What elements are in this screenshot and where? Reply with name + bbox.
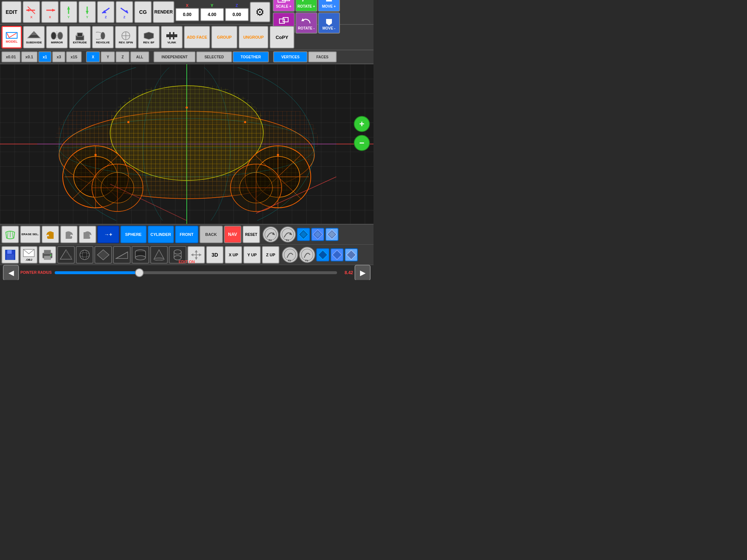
rotate-minus-button[interactable]: ROTATE - [295, 12, 317, 34]
mult-x1-button[interactable]: x1 [38, 51, 51, 62]
zoom-in-button[interactable]: + [354, 116, 370, 132]
rotate-xz-button[interactable]: Xz [263, 226, 279, 242]
undo-button[interactable] [42, 226, 59, 243]
settings-button[interactable]: ⚙ [250, 2, 270, 22]
svg-marker-111 [97, 250, 109, 260]
scale-plus-button[interactable]: SCALE + [273, 0, 295, 12]
y-coord-input[interactable] [200, 8, 224, 21]
svg-marker-4 [52, 9, 55, 12]
axis-x-button[interactable]: X [86, 51, 100, 62]
shape-wedge-button[interactable] [57, 246, 75, 264]
viewport[interactable]: + − [0, 64, 374, 224]
move-plus-button[interactable]: MOVE + [318, 0, 340, 12]
mirror-button[interactable]: MIRROR [46, 26, 68, 48]
x-coord-input[interactable] [175, 8, 199, 21]
extrude-button[interactable]: EXTRUDE [69, 26, 91, 48]
mult-x3-button[interactable]: x3 [52, 51, 65, 62]
revolve-button[interactable]: REVOLVE [92, 26, 114, 48]
mode-vertices-button[interactable]: VERTICES [273, 51, 307, 62]
view-y2-button[interactable] [330, 248, 344, 261]
front-button[interactable]: FRONT [175, 226, 198, 243]
edit-button[interactable]: EDIT [1, 1, 22, 23]
rotate-xz2-button[interactable]: Xz [282, 247, 298, 263]
3d-view-button[interactable]: 3D [206, 246, 224, 264]
svg-point-120 [154, 258, 164, 261]
shape-cone-button[interactable] [150, 246, 168, 264]
mult-x01-button[interactable]: x0.1 [21, 51, 38, 62]
pointer-radius-bar[interactable] [55, 271, 337, 274]
move-icon-button[interactable] [187, 246, 205, 264]
car-wireframe [37, 67, 336, 221]
svg-marker-126 [195, 250, 198, 252]
y-up-button[interactable]: Y UP [243, 246, 261, 264]
erase-button[interactable] [1, 226, 19, 243]
ungroup-button[interactable]: UNGROUP [239, 26, 268, 48]
redo-button[interactable] [79, 226, 96, 243]
save-button[interactable] [1, 246, 19, 264]
axis-y-button[interactable]: Y [101, 51, 115, 62]
svg-rect-20 [279, 19, 285, 23]
z-axis-pos-button[interactable]: Z [116, 1, 133, 23]
rev-bf-button[interactable]: REV. BF [138, 26, 160, 48]
shape-sphere-button[interactable] [76, 246, 93, 264]
svg-point-85 [244, 121, 246, 123]
shape-capsule-button[interactable] [169, 246, 186, 264]
rotate-yz2-button[interactable]: Yz [299, 247, 315, 263]
rotate-plus-button[interactable]: ROTATE + [295, 0, 317, 12]
view-z2-button[interactable] [316, 248, 329, 261]
axis-z-button[interactable]: Z [116, 51, 129, 62]
move-minus-button[interactable]: MOVE - [318, 12, 340, 34]
copy-button[interactable]: CoPY [270, 26, 294, 48]
y-axis-neg-button[interactable]: Y [60, 1, 77, 23]
cylinder-button[interactable]: CYLINDER [148, 226, 174, 243]
view-z-blue-button[interactable] [297, 228, 310, 241]
rotate-yz-button[interactable]: Yz [280, 226, 296, 242]
mult-x15-button[interactable]: x15 [66, 51, 81, 62]
add-plus-button[interactable]: →+ [97, 226, 119, 243]
nav-button[interactable]: NAV [224, 226, 241, 243]
axis-all-button[interactable]: ALL [130, 51, 149, 62]
z-coord-input[interactable] [225, 8, 249, 21]
z-axis-neg-button[interactable]: Z [97, 1, 115, 23]
shape-cylinder-button[interactable] [132, 246, 149, 264]
zoom-out-button[interactable]: − [354, 135, 370, 151]
mode-faces-button[interactable]: FACES [308, 51, 336, 62]
vlink-button[interactable]: VLINK [161, 26, 183, 48]
model-button[interactable]: MODEL [1, 26, 22, 48]
y-axis-pos-button[interactable]: Y [78, 1, 96, 23]
z-coord-group: Z [225, 3, 249, 21]
mult-x001-button[interactable]: x0.01 [1, 51, 20, 62]
undo2-button[interactable] [60, 226, 78, 243]
shape-diamond-button[interactable] [94, 246, 112, 264]
view-x-blue-button[interactable] [325, 228, 338, 241]
right-arrow-button[interactable]: ▶ [355, 265, 371, 280]
print-button[interactable] [39, 246, 56, 264]
pointer-radius-thumb[interactable] [135, 268, 144, 277]
cg-button[interactable]: CG [134, 1, 152, 23]
view-x2-button[interactable] [345, 248, 358, 261]
view-y-blue-button[interactable] [311, 228, 324, 241]
svg-point-86 [94, 154, 97, 156]
rev-spin-button[interactable]: REV. SPIN [115, 26, 137, 48]
x-axis-pos-button[interactable]: X [41, 1, 59, 23]
mode-selected-button[interactable]: SELECTED [196, 51, 232, 62]
svg-point-84 [127, 121, 129, 123]
shape-wedge2-button[interactable] [113, 246, 131, 264]
x-up-button[interactable]: X UP [225, 246, 242, 264]
add-face-button[interactable]: ADD FACE [184, 26, 210, 48]
svg-text:Xz: Xz [268, 238, 272, 242]
svg-point-83 [186, 106, 188, 109]
subdivide-button[interactable]: SUBDIVIDE [23, 26, 45, 48]
group-button[interactable]: GROUP [211, 26, 237, 48]
email-button[interactable]: .OBJ [20, 246, 38, 264]
reset-button[interactable]: RESET [243, 226, 260, 243]
mode-independent-button[interactable]: INDEPENDENT [154, 51, 196, 62]
render-button[interactable]: RENDER [153, 1, 174, 23]
erase-sel-button[interactable]: ERASE SEL. [20, 226, 40, 243]
sphere-button[interactable]: SPHERE [120, 226, 147, 243]
z-up-button[interactable]: Z UP [262, 246, 279, 264]
x-axis-neg-button[interactable]: X [23, 1, 40, 23]
back-button[interactable]: BACK [200, 226, 223, 243]
left-arrow-button[interactable]: ◀ [3, 265, 19, 280]
mode-together-button[interactable]: TOGETHER [233, 51, 269, 62]
